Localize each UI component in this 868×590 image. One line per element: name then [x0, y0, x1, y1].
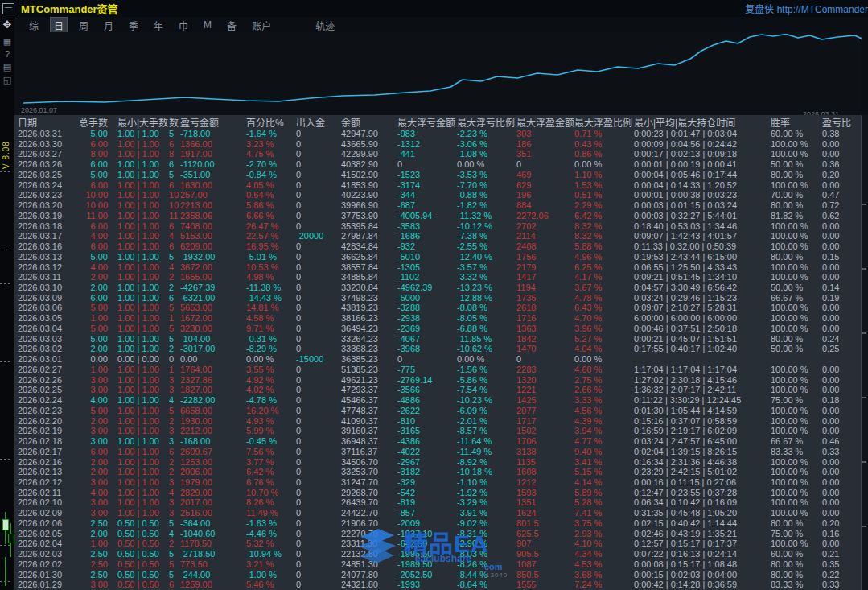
table-row[interactable]: 2026.02.202.001.00 | 1.0021930.004.93 %0…: [14, 416, 862, 427]
table-row[interactable]: 2026.03.2010.001.00 | 1.00102213.005.86 …: [14, 200, 862, 211]
column-header-9[interactable]: 最大浮亏比例: [457, 115, 516, 129]
scrollbar-track[interactable]: [861, 115, 868, 590]
cell: 3: [166, 477, 179, 488]
table-row[interactable]: 2026.03.124.001.00 | 1.0043672.0010.53 %…: [14, 262, 862, 273]
cell: 4: [166, 488, 179, 498]
table-row[interactable]: 2026.02.041.000.50 | 0.5021178.505.32 %0…: [14, 538, 862, 549]
menu-item-7[interactable]: M: [200, 19, 215, 31]
menu-item-4[interactable]: 季: [125, 18, 142, 33]
table-row[interactable]: 2026.03.174.001.00 | 1.0045153.0022.57 %…: [14, 231, 862, 241]
column-header-6[interactable]: 出入金: [296, 115, 341, 129]
table-row[interactable]: 2026.03.278.001.00 | 1.0081917.004.75 %0…: [14, 149, 862, 159]
table-row[interactable]: 2026.03.010.000.00 | 0.0000.000.00 %-150…: [14, 354, 862, 365]
menu-item-0[interactable]: 综: [26, 18, 42, 33]
help-icon[interactable]: ?: [2, 48, 13, 60]
cell: 6: [166, 241, 179, 252]
column-header-12[interactable]: 最小|平均|最大持仓时间: [634, 115, 771, 129]
cell: 1351: [516, 497, 574, 508]
layers-icon[interactable]: ▦: [2, 35, 13, 47]
cell: 1.00 | 1.00: [108, 365, 166, 375]
table-row[interactable]: 2026.03.135.001.00 | 1.005-1932.00-5.01 …: [14, 252, 862, 262]
table-row[interactable]: 2026.02.162.001.00 | 1.0021253.003.77 %0…: [14, 457, 862, 468]
table-row[interactable]: 2026.03.112.001.00 | 1.0021655.004.98 %0…: [14, 272, 862, 283]
column-header-3[interactable]: 数: [166, 115, 179, 129]
table-row[interactable]: 2026.02.132.001.00 | 1.0022006.006.42 %0…: [14, 467, 862, 477]
cell: 1593: [516, 488, 574, 498]
menu-item-track[interactable]: 轨迹: [312, 18, 338, 33]
move-cross-icon[interactable]: ✥: [2, 19, 13, 31]
cell: 40223.90: [341, 190, 397, 200]
window-icon[interactable]: ◱: [2, 74, 13, 85]
minimize-icon[interactable]: —: [2, 3, 14, 14]
table-row[interactable]: 2026.02.193.001.00 | 1.0032212.005.99 %0…: [14, 426, 862, 436]
table-row[interactable]: 2026.03.035.001.00 | 1.005-104.00-0.31 %…: [14, 334, 862, 345]
table-row[interactable]: 2026.02.183.001.00 | 1.003-168.00-0.45 %…: [14, 436, 862, 447]
table-row[interactable]: 2026.03.096.001.00 | 1.006-6321.00-14.43…: [14, 293, 862, 303]
menu-item-3[interactable]: 月: [101, 18, 117, 33]
cell: -6321.00: [179, 293, 245, 303]
cell: -2052.50: [397, 570, 457, 580]
table-row[interactable]: 2026.02.271.001.00 | 1.0011764.003.55 %0…: [14, 365, 862, 375]
cell: 0.00 | 0.00: [108, 354, 166, 365]
table-row[interactable]: 2026.03.1911.001.00 | 1.00112358.066.66 …: [14, 211, 862, 221]
menu-item-1[interactable]: 日: [51, 18, 67, 33]
table-row[interactable]: 2026.02.123.001.00 | 1.0031979.006.76 %0…: [14, 477, 862, 488]
cell: -3017.00: [179, 344, 245, 354]
table-row[interactable]: 2026.02.114.001.00 | 1.0042829.0010.70 %…: [14, 488, 862, 498]
column-header-10[interactable]: 最大浮盈金额: [516, 115, 574, 129]
menu-item-6[interactable]: 巾: [175, 18, 191, 33]
grid-icon[interactable]: ▤: [2, 61, 13, 72]
table-row[interactable]: 2026.03.186.001.00 | 1.0067408.0026.47 %…: [14, 221, 862, 232]
cell: 1:27:02 | 2:30:18 | 4:15:46: [634, 375, 771, 386]
menu-item-9[interactable]: 账户: [249, 18, 274, 33]
table-row[interactable]: 2026.03.102.001.00 | 1.002-4267.39-11.38…: [14, 283, 862, 293]
table-row[interactable]: 2026.02.235.001.00 | 1.0056658.0016.20 %…: [14, 406, 862, 416]
menu-item-2[interactable]: 周: [76, 18, 92, 33]
column-header-8[interactable]: 最大浮亏金额: [397, 115, 457, 129]
cell: 5.00: [79, 324, 108, 334]
table-row[interactable]: 2026.03.022.001.00 | 1.002-3017.00-8.29 …: [14, 344, 862, 354]
column-header-4[interactable]: 盈亏金额: [179, 115, 245, 129]
table-row[interactable]: 2026.02.244.001.00 | 1.004-2282.00-4.78 …: [14, 395, 862, 406]
brand-link[interactable]: 复盘侠 http://MTCommander: [745, 2, 868, 15]
table-row[interactable]: 2026.03.166.001.00 | 1.0066209.0016.95 %…: [14, 241, 862, 252]
column-header-7[interactable]: 余额: [341, 115, 397, 129]
table-row[interactable]: 2026.03.051.001.00 | 1.0011672.004.58 %0…: [14, 313, 862, 324]
cell: 31247.70: [341, 477, 397, 488]
menu-item-8[interactable]: 备: [224, 18, 240, 33]
menu-item-5[interactable]: 年: [150, 18, 167, 33]
cell: 0:00:09 | 0:04:56 | 0:24:42: [634, 139, 771, 150]
table-row[interactable]: 2026.03.315.001.00 | 1.005-718.00-1.64 %…: [14, 129, 862, 139]
column-header-5[interactable]: 百分比%: [245, 115, 296, 129]
table-row[interactable]: 2026.02.052.000.50 | 0.504-1040.60-4.46 …: [14, 529, 862, 539]
table-row[interactable]: 2026.02.062.500.50 | 0.505-364.00-1.63 %…: [14, 518, 862, 529]
table-row[interactable]: 2026.02.022.500.50 | 0.505773.503.21 %02…: [14, 559, 862, 570]
table-row[interactable]: 2026.02.176.001.00 | 1.0062609.677.56 %0…: [14, 447, 862, 457]
table-row[interactable]: 2026.03.306.001.00 | 1.0061366.003.23 %0…: [14, 139, 862, 150]
table-row[interactable]: 2026.03.045.001.00 | 1.0053230.009.71 %0…: [14, 324, 862, 334]
column-header-0[interactable]: 日期: [14, 115, 79, 129]
table-row[interactable]: 2026.01.302.500.50 | 0.505-244.00-1.00 %…: [14, 570, 862, 580]
table-row[interactable]: 2026.03.255.001.00 | 1.005-351.00-0.84 %…: [14, 170, 862, 180]
cell: 4.92 %: [245, 375, 296, 386]
table-row[interactable]: 2026.02.103.001.00 | 1.0032017.008.26 %0…: [14, 497, 862, 508]
table-row[interactable]: 2026.02.032.500.50 | 0.505-2718.50-10.94…: [14, 549, 862, 559]
cell: 100.00 %: [771, 375, 817, 386]
table-row[interactable]: 2026.03.246.001.00 | 1.0061630.004.05 %0…: [14, 180, 862, 191]
column-header-14[interactable]: 盈亏比: [817, 115, 860, 129]
cell: 8.00: [79, 149, 108, 159]
table-row[interactable]: 2026.02.093.001.00 | 1.0032516.0011.49 %…: [14, 508, 862, 518]
table-row[interactable]: 2026.03.2310.001.00 | 1.0010257.000.64 %…: [14, 190, 862, 200]
table-row[interactable]: 2026.01.293.000.50 | 0.5061259.005.46 %0…: [14, 580, 862, 590]
cell: -15000: [296, 354, 341, 365]
column-header-2[interactable]: 最小|大手数: [108, 115, 166, 129]
column-header-11[interactable]: 最大浮盈比例: [574, 115, 634, 129]
table-row[interactable]: 2026.02.263.001.00 | 1.0032327.864.92 %0…: [14, 375, 862, 386]
cell: 0:03:24 | 2:47:57 | 6:45:00: [634, 436, 771, 447]
table-row[interactable]: 2026.03.065.001.00 | 1.0055653.0014.81 %…: [14, 303, 862, 313]
table-row[interactable]: 2026.02.253.001.00 | 1.0031827.004.02 %0…: [14, 385, 862, 395]
table-row[interactable]: 2026.03.266.001.00 | 1.006-1120.00-2.70 …: [14, 159, 862, 170]
cell: -3174: [397, 180, 457, 191]
column-header-1[interactable]: 总手数: [79, 115, 108, 129]
column-header-13[interactable]: 胜率: [771, 115, 817, 129]
